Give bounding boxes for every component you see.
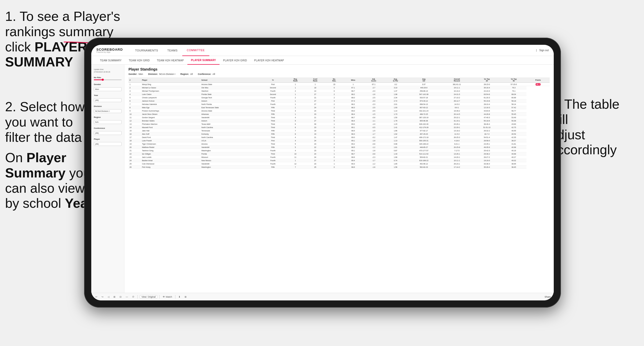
table-cell: 68.5 [343,146,363,149]
toolbar-watch[interactable]: 👁 Watch [162,295,173,299]
toolbar-clip2[interactable]: ⊡ [119,295,123,299]
nav-teams[interactable]: TEAMS [163,45,182,56]
table-cell: 54-51-4 [473,136,501,139]
toolbar-clip1[interactable]: ⊞ [112,295,117,299]
table-row[interactable]: 24Bastien AmatNew MexicoFourth127269.4-1… [128,159,550,162]
table-row[interactable]: 17David FordNorth CarolinaThird421069.0-… [128,136,550,139]
table-row[interactable]: 6Jackson KoivunAuburnFirst127367.3-2.02.… [128,99,550,103]
sign-out-link[interactable]: Sign out [539,49,549,52]
table-row[interactable]: 21Tashiron SongWashingtonFourth423169.1-… [128,149,550,152]
toolbar-dash[interactable]: — [125,295,129,299]
toolbar-print[interactable]: ⊞ [184,295,188,299]
table-row[interactable]: 25Cole SherwoodVanderbiltFourth1223169.3… [128,162,550,165]
table-row[interactable]: 11Gordon SargentVanderbiltThird421068.7-… [128,116,550,119]
table-row[interactable]: 23Jack LundinMissouriFourth1124068.6-2.3… [128,156,550,159]
table-cell: 6 [128,99,141,103]
col-wins: Wins [343,77,363,83]
table-row[interactable]: 5Christo LamprechtGeorgia TechFourth2212… [128,96,550,99]
table-row[interactable]: 10Jacob Skov-OlesenArkansasFifth123068.4… [128,113,550,116]
table-cell: 19 [305,132,325,136]
table-cell: 2 [325,142,343,146]
table-row[interactable]: 1Wenyi DingArizona StateFirst1115167.1-3… [128,83,550,86]
table-cell: 69.2 [343,142,363,146]
table-cell: 40.16 [501,149,526,152]
subnav-player-h2h-grid[interactable]: PLAYER H2H GRID [220,56,251,65]
table-cell: 2 [128,86,141,89]
table-cell: 1.65 [384,162,406,165]
subnav-player-summary[interactable]: PLAYER SUMMARY [187,56,220,65]
toolbar-undo[interactable]: ↩ [94,295,98,299]
table-cell: Fourth [260,149,285,152]
table-cell: -0.8 [363,152,384,156]
table-row[interactable]: 20Matthew RiedelVanderbiltFifth522068.5-… [128,146,550,149]
table-cell: -1.6 [363,93,384,96]
table-cell: 1.61 [384,146,406,149]
player-select[interactable]: (All) [94,142,122,146]
logo-area: SCOREBOARD Powered by clippi [96,48,123,53]
table-cell: Luke Claton [141,93,200,96]
table-cell: 1.47 [384,136,406,139]
toolbar-share[interactable]: Share [545,296,551,298]
table-cell: 51-51-10 [473,126,501,129]
table-row[interactable]: 8Mats EgeEast Tennessee StateFifth124268… [128,106,550,109]
table-cell: Christo Lamprecht [141,96,200,99]
table-row[interactable]: 26Petr HrubyWashingtonFifth725068.6-1.81… [128,165,550,169]
table-row[interactable]: 12Brendan ValdesAuburnThird527068.4-1.11… [128,119,550,122]
table-row[interactable]: 4Luke ClatonFlorida StateSecond127268.2-… [128,93,550,96]
table-cell: Preston Summerhays [141,109,200,113]
table-cell: 43.83 [501,122,526,126]
toolbar-clock[interactable]: ⏱ [131,295,135,299]
table-row[interactable]: 18Luke PowellUCLAFirst424169.1-1.81.1350… [128,139,550,142]
subnav-team-summary[interactable]: TEAM SUMMARY [96,56,125,65]
logo-text: SCOREBOARD [96,48,123,51]
table-cell: 0 [325,156,343,159]
toolbar-back[interactable]: ◁ [107,295,110,299]
nav-committee[interactable]: COMMITTEE [182,45,210,56]
nav-tournaments[interactable]: TOURNAMENTS [131,45,163,56]
table-cell: 40.55 [501,129,526,132]
table-cell: -1.8 [363,139,384,142]
filter-division: Division: NCAA Division I [148,73,175,75]
table-row[interactable]: 15Jake HallTennesseeFifth718068.5-1.51.6… [128,129,550,132]
table-row[interactable]: 9Preston SummerhaysArizona StateThird324… [128,109,550,113]
table-cell: Fifth [260,132,285,136]
region-select[interactable]: N/A [94,120,122,124]
table-row[interactable]: 14Maxwell FordNorth CarolinaThird623069.… [128,126,550,129]
table-row[interactable]: 7Nicholas GabrielckNorth FloridaFourth12… [128,103,550,106]
table-cell: Fifth [260,129,285,132]
table-cell: 69.1 [343,126,363,129]
table-cell: 42.35 [501,136,526,139]
table-cell: 88.2 [526,83,550,86]
conference-select[interactable]: (All) [94,131,122,135]
table-row[interactable]: 3Michael ThorbjornsenStanfordFourth21406… [128,89,550,93]
table-row[interactable]: 22Ian GilliganFloridaThird1024168.7-0.81… [128,152,550,156]
table-row[interactable]: 16Alex GoffKentuckyFifth819068.3-1.71.92… [128,132,550,136]
table-cell: -1.5 [363,129,384,132]
col-vs-top25: Vs Top25 [473,77,501,83]
subnav-team-h2h-heatmap[interactable]: TEAM H2H HEATMAP [153,56,187,65]
toolbar-view[interactable]: View: Original [140,295,157,299]
toolbar-download[interactable]: ⬇ [177,295,182,299]
sidebar-player: Player (All) [94,138,122,146]
table-cell: 1.47 [384,89,406,93]
table-cell: 17 [128,136,141,139]
gender-select[interactable]: Men [94,87,122,91]
table-cell: First [260,99,285,103]
table-cell: 387-133-16 [407,116,441,119]
division-select[interactable]: NCAA Division I [94,109,122,113]
table-cell: Jacob Skov-Olesen [141,113,200,116]
standings-table: # Player School Yr RegRank ConfRank No.R… [128,77,550,169]
year-select[interactable]: (All) [94,98,122,102]
table-row[interactable]: 19Tiger ChristensenArizonaThird523269.2-… [128,142,550,146]
table-cell: 1.41 [384,126,406,129]
subnav-player-h2h-heatmap[interactable]: PLAYER H2H HEATMAP [251,56,288,65]
table-cell: 26 [128,165,141,169]
table-row[interactable]: 2Michael Le SassoOle MissSecond118067.1-… [128,86,550,89]
toolbar-redo[interactable]: ↪ [100,295,105,299]
table-row[interactable]: 13Phichaksn MaichonTexas A&MThird630169.… [128,122,550,126]
table-cell: Alex Goff [141,132,200,136]
table-cell: 1.73 [384,113,406,116]
subnav-team-h2h-grid[interactable]: TEAM H2H GRID [125,56,153,65]
table-cell: Missouri [200,156,260,159]
table-cell: 25 [128,162,141,165]
